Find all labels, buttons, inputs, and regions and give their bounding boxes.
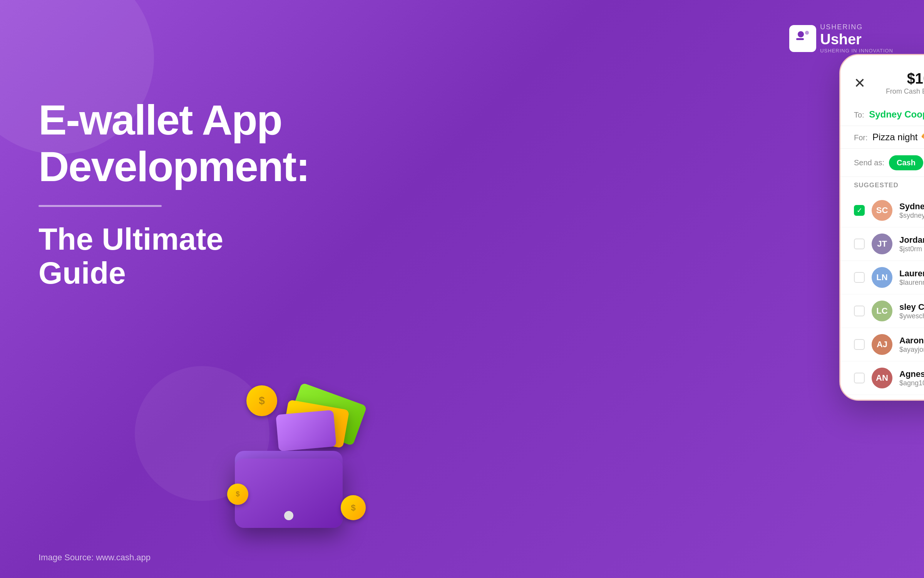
- contact-name: sley Chang: [899, 302, 924, 312]
- logo-tagline: USHERING IN INNOVATION: [820, 48, 893, 54]
- wallet-button: [284, 511, 293, 520]
- subtitle: The Ultimate Guide: [38, 222, 285, 290]
- wallet-main: [235, 459, 343, 528]
- contact-checkbox[interactable]: [854, 272, 865, 283]
- contact-avatar: JT: [872, 234, 892, 254]
- logo-brand: Usher: [820, 31, 893, 48]
- logo: USHERING Usher USHERING IN INNOVATION: [789, 23, 893, 54]
- contact-item[interactable]: LN Lauren Noble $laurennoble: [840, 261, 924, 294]
- send-as-label: Send as:: [854, 158, 884, 167]
- contact-avatar: LN: [872, 267, 892, 288]
- contact-info: Sydney Cooper $sydneycooper100: [899, 202, 924, 220]
- headline-title: E-wallet App Development:: [38, 96, 285, 190]
- contact-name: Sydney Cooper: [899, 202, 924, 212]
- contact-avatar: AJ: [872, 334, 892, 355]
- payment-amount-section: $10 From Cash Balance ▾: [886, 71, 924, 96]
- contact-info: Aaron Johnson $ayayjon: [899, 336, 924, 354]
- to-value: Sydney Cooper: [869, 109, 924, 119]
- payment-screen: ✕ $10 From Cash Balance ▾ Pay To: Sydney…: [840, 55, 924, 400]
- contact-avatar: SC: [872, 200, 892, 221]
- svg-point-2: [805, 31, 809, 35]
- card-purple: [276, 410, 336, 452]
- contact-checkbox[interactable]: [854, 306, 865, 316]
- contact-name: Lauren Noble: [899, 269, 924, 279]
- svg-point-0: [798, 31, 804, 37]
- contact-handle: $agng1099: [899, 379, 924, 387]
- logo-ushering: USHERING: [820, 23, 893, 31]
- contact-avatar: AN: [872, 368, 892, 388]
- payment-from: From Cash Balance ▾: [886, 87, 924, 96]
- contact-name: Aaron Johnson: [899, 336, 924, 346]
- contact-info: Lauren Noble $laurennoble: [899, 269, 924, 287]
- logo-text: USHERING Usher USHERING IN INNOVATION: [820, 23, 893, 54]
- contact-info: Jordan Thomas $jst0rm: [899, 235, 924, 253]
- suggested-label: SUGGESTED: [840, 177, 924, 194]
- image-source: Image Source: www.cash.app: [38, 553, 151, 563]
- contact-handle: $laurennoble: [899, 279, 924, 287]
- to-label: To:: [854, 111, 864, 119]
- payment-send-section: Send as: Cash Gift Card ▾: [840, 149, 924, 177]
- coin-medium: $: [341, 495, 366, 520]
- contact-name: Agnes Nguyen: [899, 369, 924, 379]
- contact-name: Jordan Thomas: [899, 235, 924, 245]
- wallet-body: [235, 451, 343, 528]
- contact-checkbox[interactable]: [854, 239, 865, 249]
- contact-handle: $jst0rm: [899, 245, 924, 253]
- contact-checkbox[interactable]: [854, 339, 865, 350]
- payment-amount: $10: [886, 71, 924, 87]
- contact-item[interactable]: LC sley Chang $yweschang: [840, 294, 924, 328]
- wallet-illustration: $ $ $: [223, 381, 370, 528]
- payment-header: ✕ $10 From Cash Balance ▾ Pay: [840, 55, 924, 103]
- contact-handle: $sydneycooper100: [899, 212, 924, 220]
- payment-for-section: For: Pizza night 🍕: [840, 126, 924, 149]
- cash-button[interactable]: Cash: [889, 155, 923, 170]
- close-button[interactable]: ✕: [854, 75, 865, 91]
- contact-item[interactable]: AN Agnes Nguyen $agng1099: [840, 361, 924, 395]
- contact-checkbox[interactable]: [854, 373, 865, 383]
- contact-handle: $yweschang: [899, 312, 924, 320]
- for-label: For:: [854, 133, 868, 142]
- payment-phone: ✕ $10 From Cash Balance ▾ Pay To: Sydney…: [839, 54, 924, 401]
- contact-checkbox-checked[interactable]: ✓: [854, 205, 865, 216]
- contact-item[interactable]: AJ Aaron Johnson $ayayjon: [840, 328, 924, 361]
- for-value: Pizza night 🍕: [872, 132, 924, 142]
- svg-rect-1: [796, 38, 804, 40]
- payment-to-section: To: Sydney Cooper: [840, 103, 924, 126]
- contact-avatar: LC: [872, 301, 892, 321]
- coin-small: $: [227, 484, 248, 505]
- contact-item[interactable]: ✓ SC Sydney Cooper $sydneycooper100: [840, 194, 924, 227]
- contact-info: sley Chang $yweschang: [899, 302, 924, 320]
- coin-large: $: [246, 385, 277, 416]
- logo-icon: [789, 25, 816, 52]
- contacts-list: ✓ SC Sydney Cooper $sydneycooper100 JT J…: [840, 194, 924, 395]
- contact-handle: $ayayjon: [899, 346, 924, 354]
- main-text-block: E-wallet App Development: The Ultimate G…: [38, 96, 285, 290]
- contact-item[interactable]: JT Jordan Thomas $jst0rm: [840, 227, 924, 261]
- title-divider: [38, 205, 162, 207]
- contact-info: Agnes Nguyen $agng1099: [899, 369, 924, 387]
